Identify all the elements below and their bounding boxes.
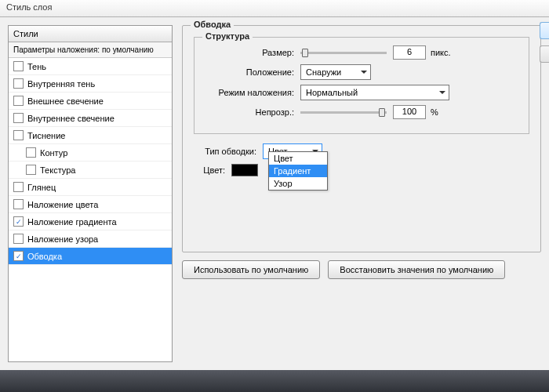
filltype-label: Тип обводки:: [194, 147, 256, 156]
structure-title: Структура: [202, 31, 253, 41]
stroke-group-title: Обводка: [191, 20, 234, 29]
settings-panel: Обводка Структура Размер: 6 пикс. Положе…: [182, 25, 541, 362]
effect-checkbox[interactable]: [13, 78, 24, 89]
filltype-option[interactable]: Градиент: [269, 165, 327, 177]
effect-checkbox[interactable]: [13, 182, 24, 192]
effect-checkbox[interactable]: [13, 199, 24, 209]
effect-4[interactable]: Тиснение: [9, 127, 172, 144]
opacity-unit: %: [431, 107, 438, 117]
effect-checkbox[interactable]: [13, 130, 24, 140]
effect-label: Наложение цвета: [27, 200, 98, 209]
opacity-label: Непрозр.:: [204, 107, 294, 117]
size-unit: пикс.: [431, 48, 451, 57]
effect-5[interactable]: Контур: [9, 144, 172, 162]
effect-label: Тиснение: [27, 131, 65, 140]
effect-checkbox[interactable]: [13, 113, 24, 123]
window-titlebar: Стиль слоя: [0, 0, 549, 17]
position-label: Положение:: [204, 67, 294, 77]
default-buttons-row: Использовать по умолчанию Восстановить з…: [182, 260, 541, 279]
styles-header: Стили: [9, 26, 172, 42]
effect-label: Текстура: [40, 165, 75, 175]
effect-10[interactable]: Наложение узора: [9, 230, 172, 248]
filltype-dropdown[interactable]: ЦветГрадиентУзор: [268, 151, 328, 191]
filltype-row: Тип обводки: Цвет: [194, 143, 529, 159]
effect-2[interactable]: Внешнее свечение: [9, 93, 172, 110]
effect-label: Тень: [27, 62, 46, 71]
window-title: Стиль слоя: [6, 2, 52, 12]
effect-label: Обводка: [27, 252, 62, 261]
effect-checkbox[interactable]: [13, 61, 24, 71]
effect-label: Внешнее свечение: [27, 96, 104, 106]
effect-checkbox[interactable]: [26, 147, 36, 158]
effects-list: ТеньВнутренняя теньВнешнее свечениеВнутр…: [9, 58, 172, 265]
effect-label: Глянец: [27, 183, 56, 192]
effect-checkbox[interactable]: [13, 96, 24, 106]
stroke-group: Обводка Структура Размер: 6 пикс. Положе…: [182, 25, 541, 252]
filltype-option[interactable]: Узор: [269, 177, 327, 190]
color-row: Цвет:: [194, 164, 529, 176]
side-button-2[interactable]: [540, 45, 549, 63]
side-button-1[interactable]: [540, 22, 549, 39]
effect-7[interactable]: Глянец: [9, 179, 172, 196]
effect-label: Внутренняя тень: [27, 79, 95, 89]
effect-label: Контур: [40, 148, 67, 158]
structure-group: Структура Размер: 6 пикс. Положение: Сна…: [194, 37, 529, 134]
blend-select[interactable]: Нормальный: [300, 85, 449, 100]
opacity-slider[interactable]: [300, 111, 387, 114]
effect-checkbox[interactable]: [13, 216, 24, 227]
side-buttons: [540, 22, 549, 63]
filltype-option[interactable]: Цвет: [269, 152, 327, 165]
effect-checkbox[interactable]: [26, 165, 36, 175]
effect-label: Наложение узора: [27, 234, 98, 244]
dialog-content: Стили Параметры наложения: по умолчанию …: [0, 17, 549, 370]
bottom-strip: [0, 370, 549, 392]
blending-options-row[interactable]: Параметры наложения: по умолчанию: [9, 42, 172, 58]
opacity-row: Непрозр.: 100 %: [204, 105, 519, 119]
blend-label: Режим наложения:: [204, 88, 294, 97]
color-label: Цвет:: [194, 165, 225, 175]
blend-row: Режим наложения: Нормальный: [204, 85, 519, 100]
opacity-input[interactable]: 100: [393, 105, 426, 119]
styles-panel: Стили Параметры наложения: по умолчанию …: [8, 25, 173, 362]
effect-0[interactable]: Тень: [9, 58, 172, 75]
effect-8[interactable]: Наложение цвета: [9, 196, 172, 213]
effect-checkbox[interactable]: [13, 251, 24, 261]
effect-3[interactable]: Внутреннее свечение: [9, 110, 172, 127]
effect-11[interactable]: Обводка: [9, 248, 172, 265]
reset-default-button[interactable]: Восстановить значения по умолчанию: [328, 260, 505, 279]
effect-1[interactable]: Внутренняя тень: [9, 75, 172, 93]
size-input[interactable]: 6: [393, 45, 426, 60]
color-swatch[interactable]: [231, 164, 258, 176]
effect-6[interactable]: Текстура: [9, 162, 172, 179]
effect-9[interactable]: Наложение градиента: [9, 213, 172, 230]
position-select[interactable]: Снаружи: [300, 64, 371, 80]
size-row: Размер: 6 пикс.: [204, 45, 519, 60]
make-default-button[interactable]: Использовать по умолчанию: [182, 260, 320, 279]
position-row: Положение: Снаружи: [204, 64, 519, 80]
effect-label: Наложение градиента: [27, 217, 117, 227]
size-label: Размер:: [204, 48, 294, 57]
effect-label: Внутреннее свечение: [27, 114, 115, 123]
size-slider[interactable]: [300, 52, 387, 54]
effect-checkbox[interactable]: [13, 234, 24, 244]
